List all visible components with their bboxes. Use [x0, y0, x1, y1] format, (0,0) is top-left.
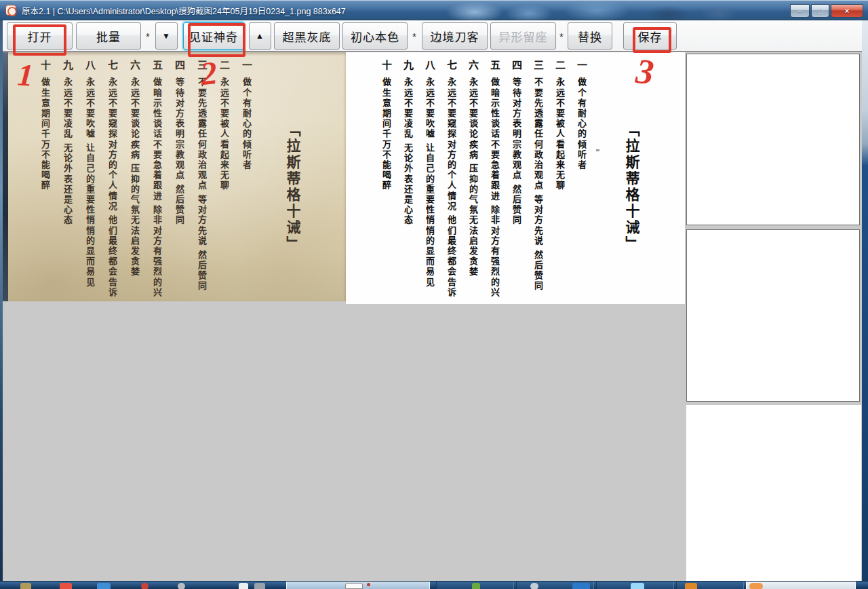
border-knife-button[interactable]: 边境刀客	[422, 22, 488, 50]
commandment-column: 十做生意期间千万不能喝醉	[378, 60, 393, 299]
commandment-column: 五做暗示性谈话不要急着跟进 除非对方有强烈的兴趣	[149, 60, 164, 299]
taskbar-window[interactable]	[436, 582, 514, 589]
window-border-right	[862, 20, 868, 581]
commandment-column: 九永远不要凌乱 无论外表还是心态	[59, 60, 75, 299]
commandment-column: 七永远不要窥探对方的个人情况 他们最终都会告诉你	[104, 60, 119, 299]
commandment-column: 六永远不要谈论疾病 压抑的气氛无法启发贪婪	[465, 60, 480, 299]
commandment-column: 八永远不要吹嘘 让自己的重要性悄悄的显而易见	[81, 60, 97, 299]
taskbar-window[interactable]	[516, 582, 594, 589]
toolbar: 打开 批量 * ▼ 见证神奇 ▲ 超黑灰底 初心本色 * 边境刀客 异形留座 *…	[3, 20, 862, 52]
maximize-button[interactable]: □	[811, 4, 829, 18]
taskbar-icon	[472, 583, 480, 589]
commandment-column: 六永远不要谈论疾病 压抑的气氛无法启发贪婪	[126, 60, 142, 299]
taskbar-preview-dot	[367, 583, 370, 586]
commandment-column: 十做生意期间千万不能喝醉	[37, 60, 52, 299]
annotation-rect-witness-magic	[188, 23, 245, 57]
taskbar-window[interactable]	[676, 582, 744, 589]
commandment-column: 七永远不要窥探对方的个人情况 他们最终都会告诉你	[443, 60, 458, 299]
commandment-column: 五做暗示性谈话不要急着跟进 除非对方有强烈的兴趣	[486, 60, 502, 299]
annotation-step-3: 3	[634, 54, 655, 90]
taskbar[interactable]	[0, 581, 868, 589]
taskbar-icon[interactable]	[20, 583, 31, 589]
batch-button[interactable]: 批量	[76, 22, 141, 50]
dropdown-down-button[interactable]: ▼	[155, 22, 178, 50]
taskbar-icon[interactable]	[97, 583, 111, 589]
annotation-rect-save	[633, 27, 671, 53]
original-image[interactable]: 「拉斯蒂格十诫」 一做个有耐心的倾听者 二永远不要被人看起来无聊 三不要先透露任…	[3, 52, 346, 301]
preview-panel-3[interactable]	[686, 405, 861, 581]
poster-title: 「拉斯蒂格十诫」	[621, 122, 642, 252]
original-color-button[interactable]: 初心本色	[342, 22, 408, 50]
toolbar-separator: *	[412, 31, 416, 42]
annotation-step-1: 1	[16, 59, 34, 91]
taskbar-icon	[530, 583, 538, 589]
taskbar-icon[interactable]	[239, 583, 248, 589]
title-bar: 原本2.1 | C:\Users\Administrator\Desktop\搜…	[0, 0, 868, 20]
preview-panel-2[interactable]	[686, 229, 860, 402]
taskbar-icon	[685, 583, 697, 589]
toolbar-separator: *	[146, 31, 150, 42]
alien-seat-button: 异形留座	[490, 22, 556, 50]
minimize-button[interactable]: –	[790, 4, 810, 18]
annotation-rect-open	[13, 24, 66, 56]
commandment-column: 八永远不要吹嘘 让自己的重要性悄悄的显而易见	[421, 60, 437, 299]
preview-panel-1[interactable]	[686, 54, 860, 225]
close-icon: ×	[845, 7, 849, 15]
commandment-column: 九永远不要凌乱 无论外表还是心态	[399, 60, 415, 299]
toolbar-separator: *	[559, 31, 564, 42]
window-title: 原本2.1 | C:\Users\Administrator\Desktop\搜…	[22, 4, 346, 17]
taskbar-window-active[interactable]	[286, 582, 430, 589]
taskbar-window[interactable]	[596, 582, 674, 589]
super-black-gray-button[interactable]: 超黑灰底	[274, 22, 340, 50]
taskbar-icon	[631, 583, 644, 589]
taskbar-icon[interactable]	[178, 583, 185, 589]
taskbar-preview-icon	[345, 583, 363, 589]
commandment-column: 四等待对方表明宗教观点 然后赞同	[171, 60, 186, 299]
processed-image[interactable]: 「拉斯蒂格十诫」 一做个有耐心的倾听者 二永远不要被人看起来无聊 三不要先透露任…	[346, 52, 685, 304]
commandment-column: 三不要先透露任何政治观点 等对方先说 然后赞同	[530, 60, 545, 299]
commandment-column: 三不要先透露任何政治观点 等对方先说 然后赞同	[193, 60, 209, 299]
commandment-column: 四等待对方表明宗教观点 然后赞同	[508, 60, 524, 299]
taskbar-icon[interactable]	[254, 583, 265, 589]
commandment-column: 一做个有耐心的倾听者	[238, 60, 254, 299]
image-speck	[596, 149, 599, 151]
taskbar-icon[interactable]	[141, 583, 149, 589]
close-button[interactable]: ×	[831, 4, 863, 18]
taskbar-icon[interactable]	[60, 583, 72, 589]
commandment-column: 二永远不要被人看起来无聊	[551, 60, 567, 299]
app-icon	[5, 5, 16, 16]
dropdown-up-button[interactable]: ▲	[249, 22, 271, 50]
taskbar-window[interactable]	[746, 582, 856, 589]
taskbar-icon	[749, 583, 763, 589]
taskbar-icon	[572, 583, 590, 589]
minimize-icon: –	[797, 7, 802, 15]
maximize-icon: □	[818, 7, 823, 15]
replace-button[interactable]: 替换	[568, 22, 612, 50]
poster-title: 「拉斯蒂格十诫」	[282, 122, 302, 252]
commandment-column: 二永远不要被人看起来无聊	[216, 60, 231, 299]
annotation-step-2: 2	[199, 56, 219, 90]
commandment-column: 一做个有耐心的倾听者	[573, 60, 589, 299]
